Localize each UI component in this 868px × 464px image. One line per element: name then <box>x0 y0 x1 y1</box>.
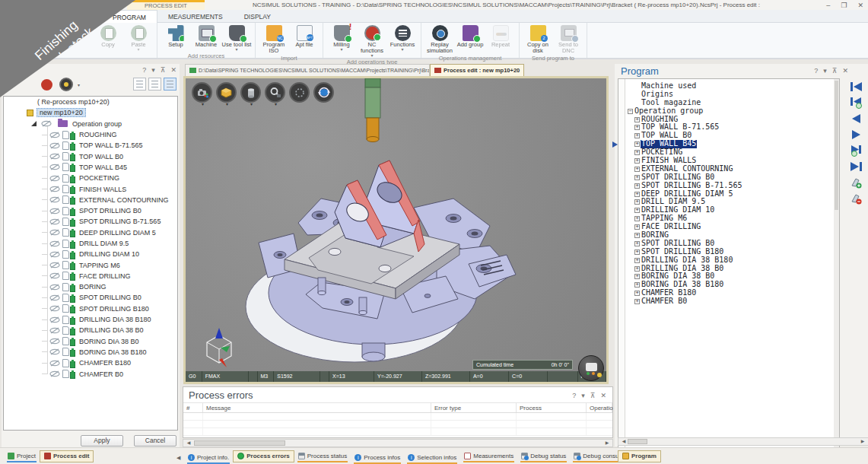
expand-box-icon[interactable]: + <box>634 208 640 213</box>
target-icon[interactable] <box>59 78 73 91</box>
expand-box-icon[interactable]: + <box>634 299 640 304</box>
skip-first-icon[interactable] <box>850 81 863 93</box>
expand-box-icon[interactable]: + <box>634 141 640 147</box>
list-detailed-icon[interactable] <box>164 78 176 91</box>
step-back-icon[interactable] <box>850 113 863 125</box>
tree-operation-item[interactable]: EXTERNAL CONTOURNING <box>4 195 177 205</box>
scrollbar-thumb[interactable] <box>628 439 647 444</box>
cancel-button[interactable]: Cancel <box>134 435 176 447</box>
ribbon-button[interactable]: Paste▾ <box>123 24 154 52</box>
ribbon-tab[interactable]: DISPLAY <box>234 10 281 23</box>
tree-operation-item[interactable]: BORING DIA 38 B180 <box>4 347 177 358</box>
expand-triangle-icon[interactable] <box>31 121 37 126</box>
visibility-eye-icon[interactable] <box>49 196 60 203</box>
tree-operation-item[interactable]: SPOT DRILLING B0 <box>4 292 177 303</box>
expand-box-icon[interactable]: + <box>634 125 640 130</box>
ribbon-button[interactable]: Program ISO <box>259 24 289 54</box>
tree-operation-item[interactable]: FACE DRILLING <box>4 271 177 281</box>
tree-operation-item[interactable]: TAPPING M6 <box>4 259 177 270</box>
scroll-right-icon[interactable]: ▶ <box>858 438 867 445</box>
ribbon-button[interactable]: Functions▾ <box>387 24 418 58</box>
panel-menu-icon[interactable]: ▾ <box>823 67 827 75</box>
program-vertical-scrollbar[interactable] <box>834 79 839 450</box>
expand-box-icon[interactable]: + <box>634 274 640 279</box>
play-to-breakpoint-icon[interactable] <box>850 145 863 157</box>
minimize-button[interactable]: – <box>826 2 830 9</box>
ribbon-button[interactable]: Replay simulation <box>424 24 455 54</box>
program-list-item[interactable]: + SPOT DRILLING B-71.565 <box>628 182 831 190</box>
ribbon-button[interactable]: NC functions▾ <box>357 24 387 58</box>
machine-status-icon[interactable] <box>578 355 604 381</box>
tree-operation-item[interactable]: TOP WALL B-71.565 <box>4 140 177 151</box>
document-tab-process-edit[interactable]: Process edit : new mp10+20 <box>430 64 524 76</box>
close-button[interactable]: ✕ <box>857 2 863 9</box>
scroll-left-icon[interactable]: ◀ <box>184 440 193 447</box>
visibility-eye-icon[interactable] <box>49 262 60 269</box>
tree-operation-item[interactable]: FINISH WALLS <box>4 183 177 194</box>
expand-box-icon[interactable]: + <box>634 233 640 238</box>
tree-operation-item[interactable]: DRILL DIAM 9.5 <box>4 238 177 249</box>
expand-box-icon[interactable]: + <box>634 266 640 272</box>
visibility-eye-icon[interactable] <box>49 186 60 192</box>
zoom-icon[interactable]: ▾ <box>265 82 285 103</box>
ribbon-button[interactable]: Machine <box>191 24 221 52</box>
tree-root-program[interactable]: new mp10+20 <box>4 107 177 118</box>
program-list-item[interactable]: + DRILLING DIA 38 B180 <box>628 256 831 265</box>
tree-operation-item[interactable]: BORING DIA 38 B0 <box>4 336 177 347</box>
tab-scroll-left-icon[interactable]: ◀ <box>176 455 184 461</box>
visibility-eye-icon[interactable] <box>49 370 60 377</box>
add-tool-icon[interactable] <box>850 176 863 189</box>
scrollbar-thumb[interactable] <box>194 440 285 446</box>
visibility-eye-icon[interactable] <box>49 360 60 367</box>
expand-box-icon[interactable]: + <box>634 117 640 122</box>
bottom-tab[interactable]: Measurements <box>460 450 517 462</box>
bottom-tab[interactable]: Debug status <box>517 450 570 462</box>
visibility-eye-icon[interactable] <box>49 218 60 225</box>
tree-operation-item[interactable]: SPOT DRILLING B180 <box>4 304 177 314</box>
tree-operation-item[interactable]: TOP WALL B45 <box>4 162 177 173</box>
ribbon-button[interactable]: Apt file <box>289 24 320 54</box>
ribbon-tab[interactable]: MEASUREMENTS <box>157 10 234 23</box>
ribbon-button[interactable]: Copy <box>93 24 123 52</box>
tree-operation-item[interactable]: DRILLING DIA 38 B0 <box>4 325 177 335</box>
visibility-eye-icon[interactable] <box>49 208 60 215</box>
tree-operation-item[interactable]: ROUGHING <box>4 129 177 140</box>
tree-operation-item[interactable]: CHAMFER B0 <box>4 368 177 379</box>
tree-operation-group[interactable]: Operation group <box>4 119 177 129</box>
ribbon-button[interactable]: Use tool list▾ <box>221 24 252 52</box>
visibility-eye-icon[interactable] <box>49 132 60 138</box>
tree-operation-item[interactable]: DRILLING DIAM 10 <box>4 249 177 259</box>
errors-table-header[interactable]: #MessageError typeProcessOperatio <box>183 402 612 413</box>
selection-icon[interactable] <box>289 82 310 103</box>
expand-box-icon[interactable]: + <box>634 175 640 180</box>
visibility-eye-icon[interactable] <box>49 142 60 149</box>
tree-operation-item[interactable]: SPOT DRILLING B-71.565 <box>4 216 177 227</box>
list-compact-icon[interactable] <box>133 78 146 91</box>
bottom-tab-program[interactable]: Program <box>618 450 661 462</box>
visibility-eye-icon[interactable] <box>49 240 60 247</box>
visibility-eye-icon[interactable] <box>49 229 60 236</box>
view-settings-icon[interactable]: ▾ <box>192 82 212 103</box>
play-forward-icon[interactable] <box>850 129 863 141</box>
bottom-tab[interactable]: Process errors <box>233 450 294 462</box>
contextual-tab-header[interactable]: PROCESS EDIT <box>127 0 205 10</box>
panel-help-icon[interactable]: ? <box>814 67 818 75</box>
bottom-tab[interactable]: Project <box>4 450 40 462</box>
document-tab-project[interactable]: D:\Data\SPRING TECHNOLOGIES\NCSIMUL SOLU… <box>185 64 430 76</box>
panel-pin-icon[interactable]: ⊼ <box>590 392 596 399</box>
panel-close-icon[interactable]: ✕ <box>170 66 176 74</box>
ribbon-button[interactable]: Send to DNC <box>553 24 583 54</box>
expand-box-icon[interactable]: + <box>634 249 640 255</box>
tree-operation-item[interactable]: DRILLING DIA 38 B180 <box>4 314 177 325</box>
visibility-eye-icon[interactable] <box>49 272 60 279</box>
simulation-viewport[interactable]: ▾ ▾ ▾ ▾ <box>183 76 609 384</box>
ribbon-button[interactable]: Repeat <box>485 24 516 54</box>
visibility-eye-icon[interactable] <box>49 327 60 334</box>
record-icon[interactable] <box>41 79 52 91</box>
expand-box-icon[interactable]: + <box>634 199 640 205</box>
tree-operation-item[interactable]: DEEP DRILLING DIAM 5 <box>4 227 177 238</box>
visibility-eye-icon[interactable] <box>49 175 60 182</box>
visibility-eye-icon[interactable] <box>49 294 60 301</box>
expand-box-icon[interactable]: + <box>634 183 640 189</box>
expand-box-icon[interactable]: + <box>634 282 640 288</box>
